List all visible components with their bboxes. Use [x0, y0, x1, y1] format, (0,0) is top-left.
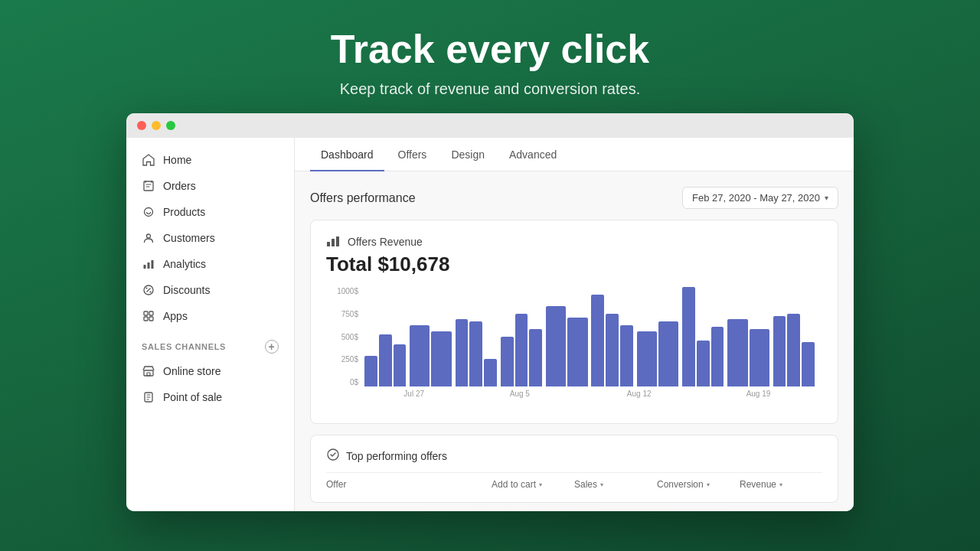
y-label-500: 500$ [326, 333, 363, 341]
minimize-dot[interactable] [152, 121, 161, 130]
browser-window: Home Orders [126, 113, 854, 511]
hero-section: Track every click Keep track of revenue … [331, 0, 649, 113]
sidebar-label-customers: Customers [163, 232, 215, 244]
y-axis: 0$ 250$ 500$ 750$ 1000$ [326, 287, 363, 386]
discounts-icon [142, 283, 155, 297]
bar [682, 287, 695, 386]
sidebar-label-online-store: Online store [163, 365, 220, 377]
table-columns: Offer Add to cart ▾ Sales ▾ Conversion [326, 472, 822, 490]
bar [637, 331, 657, 386]
y-label-1000: 1000$ [326, 287, 363, 295]
sidebar-label-products: Products [163, 206, 205, 218]
sidebar-item-online-store[interactable]: Online store [126, 358, 294, 384]
bar [750, 329, 769, 386]
svg-rect-7 [144, 311, 148, 315]
close-dot[interactable] [137, 121, 146, 130]
bar [431, 331, 451, 386]
apps-icon [142, 309, 155, 323]
store-icon [142, 364, 155, 378]
chart-bar-icon [326, 234, 341, 249]
svg-point-17 [328, 449, 338, 460]
bar-chart: 0$ 250$ 500$ 750$ 1000$ [326, 287, 822, 409]
sidebar-item-customers[interactable]: Customers [126, 225, 294, 251]
bar [697, 341, 710, 386]
svg-rect-3 [144, 265, 146, 269]
col-add-to-cart[interactable]: Add to cart ▾ [492, 479, 574, 490]
bar [515, 314, 528, 386]
x-label-aug12: Aug 12 [576, 390, 702, 398]
date-range-label: Feb 27, 2020 - May 27, 2020 [692, 192, 820, 204]
products-icon [142, 205, 155, 219]
bar [802, 342, 815, 386]
bar [501, 337, 514, 386]
sales-sort-arrow: ▾ [600, 481, 603, 488]
x-axis: Jul 27 Aug 5 Aug 12 Aug 19 [326, 390, 822, 398]
sidebar-item-apps[interactable]: Apps [126, 303, 294, 329]
bar-group-4 [501, 314, 542, 386]
x-label-aug5: Aug 5 [463, 390, 576, 398]
pos-icon [142, 390, 155, 404]
bar [410, 325, 430, 386]
col-offer: Offer [326, 479, 492, 490]
bar [787, 314, 800, 386]
add-sales-channel-button[interactable]: + [265, 340, 279, 354]
svg-rect-15 [332, 239, 335, 246]
svg-rect-10 [149, 317, 153, 321]
date-range-picker[interactable]: Feb 27, 2020 - May 27, 2020 [682, 187, 838, 209]
add-to-cart-sort-arrow: ▾ [539, 481, 542, 488]
tab-advanced[interactable]: Advanced [498, 138, 567, 171]
tab-offers[interactable]: Offers [387, 138, 438, 171]
chart-label: Offers Revenue [348, 236, 423, 248]
sidebar-item-products[interactable]: Products [126, 199, 294, 225]
svg-rect-4 [148, 262, 150, 269]
x-label-aug19: Aug 19 [702, 390, 815, 398]
sales-channels-label: SALES CHANNELS [142, 342, 226, 351]
chart-header: Offers Revenue [326, 234, 822, 249]
y-label-250: 250$ [326, 355, 363, 364]
browser-body: Home Orders [126, 138, 854, 511]
bar [658, 321, 678, 386]
sidebar-item-home[interactable]: Home [126, 147, 294, 173]
hero-subtitle: Keep track of revenue and conversion rat… [331, 80, 649, 98]
tabs-bar: Dashboard Offers Design Advanced [295, 138, 854, 171]
bar [567, 318, 587, 386]
home-icon [142, 153, 155, 167]
browser-titlebar [126, 113, 854, 138]
top-offers-card: Top performing offers Offer Add to cart … [310, 435, 838, 503]
x-label-jul27: Jul 27 [364, 390, 463, 398]
bar [456, 319, 469, 386]
bar-group-7 [637, 321, 678, 386]
fullscreen-dot[interactable] [166, 121, 175, 130]
sidebar-item-point-of-sale[interactable]: Point of sale [126, 384, 294, 410]
y-label-750: 750$ [326, 310, 363, 318]
bar [364, 356, 377, 386]
hero-title: Track every click [331, 28, 649, 71]
bar [773, 316, 786, 386]
sidebar-item-orders[interactable]: Orders [126, 173, 294, 199]
bar-group-2 [410, 325, 451, 386]
bar-group-1 [364, 334, 406, 386]
bar [606, 314, 619, 386]
top-offers-title: Top performing offers [346, 450, 447, 462]
sales-channels-header: SALES CHANNELS + [126, 329, 294, 358]
bar [379, 334, 392, 386]
bar [620, 325, 633, 386]
orders-icon [142, 179, 155, 193]
bar [484, 359, 497, 386]
tab-design[interactable]: Design [440, 138, 495, 171]
bar [711, 327, 724, 386]
bar-group-10 [773, 314, 815, 386]
bar [394, 344, 407, 386]
sidebar-item-analytics[interactable]: Analytics [126, 251, 294, 277]
col-offer-label: Offer [326, 479, 346, 490]
revenue-chart-card: Offers Revenue Total $10,678 0$ 250$ 500… [310, 220, 838, 424]
bar-group-6 [591, 295, 632, 386]
sidebar-item-discounts[interactable]: Discounts [126, 277, 294, 303]
tab-dashboard[interactable]: Dashboard [310, 138, 384, 171]
col-revenue[interactable]: Revenue ▾ [740, 479, 822, 490]
col-conversion[interactable]: Conversion ▾ [657, 479, 740, 490]
col-sales[interactable]: Sales ▾ [574, 479, 657, 490]
bar [469, 321, 482, 386]
sidebar-label-pos: Point of sale [163, 391, 222, 403]
svg-rect-16 [336, 236, 339, 246]
